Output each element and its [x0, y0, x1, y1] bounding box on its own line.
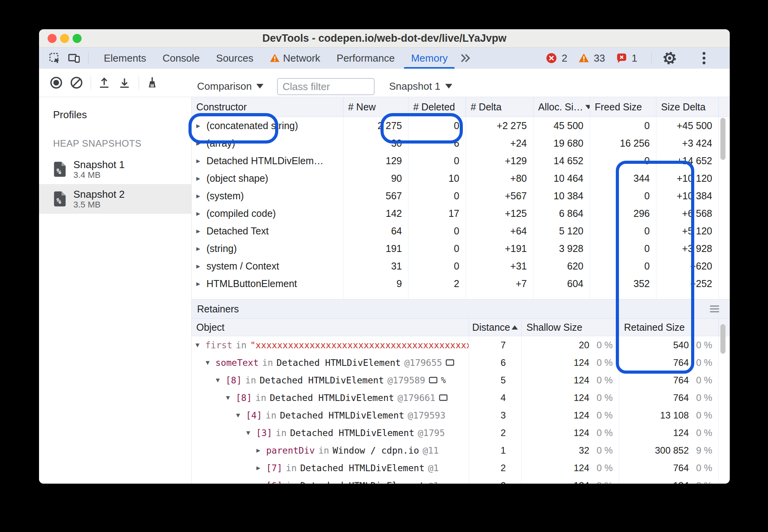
load-profile-icon[interactable] — [96, 75, 113, 90]
retainers-row[interactable]: ▼firstin"xxxxxxxxxxxxxxxxxxxxxxxxxxxxxxx… — [192, 336, 730, 354]
retainers-row[interactable]: ▼[4]inDetached HTMLDivElement@1795933124… — [192, 406, 730, 424]
tab-sources[interactable]: Sources — [208, 48, 261, 69]
error-icon[interactable] — [546, 53, 557, 64]
heap-cell-alloc: 620 — [533, 257, 590, 275]
heap-table-row[interactable]: ▶(string)1910+1913 9280+3 928 — [192, 240, 730, 257]
save-profile-icon[interactable] — [116, 75, 133, 90]
expand-arrow-icon[interactable]: ▶ — [196, 123, 203, 129]
reveal-node-icon[interactable] — [429, 377, 437, 383]
retainers-menu-icon[interactable] — [709, 305, 720, 313]
retainer-retained-cell: 300 8529 % — [619, 442, 719, 459]
column-header-constructor[interactable]: Constructor — [192, 97, 343, 117]
warning-icon[interactable] — [578, 53, 589, 63]
shallow-size-value: 124 — [574, 392, 589, 403]
collect-garbage-broom-icon[interactable] — [144, 75, 161, 90]
retainers-row[interactable]: ▼[8]inDetached HTMLDivElement@1796614124… — [192, 389, 730, 406]
toggle-device-toolbar-icon[interactable] — [66, 50, 83, 66]
retainers-row[interactable]: ▼[8]inDetached HTMLDivElement@179589%512… — [192, 371, 730, 389]
heap-table-row[interactable]: ▶(object shape)9010+8010 464344+10 120 — [192, 170, 730, 187]
column-header-deleted[interactable]: # Deleted — [409, 97, 466, 117]
shallow-size-percent: 0 % — [589, 480, 619, 484]
heap-table-row[interactable]: ▶(compiled code)14217+1256 864296+6 568 — [192, 205, 730, 222]
column-header-shallow-size[interactable]: Shallow Size — [522, 319, 619, 336]
tab-performance[interactable]: Performance — [329, 48, 403, 69]
heap-table-row[interactable]: ▶(system)5670+56710 3840+10 384 — [192, 187, 730, 205]
heap-table-row[interactable]: ▶Detached Text640+645 1200+5 120 — [192, 222, 730, 240]
expand-arrow-icon[interactable]: ▶ — [196, 263, 203, 269]
reveal-node-icon[interactable] — [439, 394, 448, 401]
retainers-row[interactable]: ▼[3]inDetached HTMLDivElement@179521240 … — [192, 424, 730, 442]
expand-arrow-icon[interactable]: ▶ — [256, 447, 263, 453]
column-header-alloc-size[interactable]: Alloc. Si… — [533, 97, 590, 117]
retainers-row[interactable]: ▼someTextinDetached HTMLDivElement@17965… — [192, 354, 730, 371]
heap-cell-alloc: 10 384 — [533, 187, 590, 205]
devtools-window: DevTools - codepen.io/web-dot-dev/live/L… — [39, 29, 730, 484]
retainers-row[interactable]: ▶parentDivinWindow / cdpn.io@111320 %300… — [192, 442, 730, 459]
sidebar-item-snapshot-2[interactable]: % Snapshot 2 3.5 MB — [39, 184, 191, 214]
base-snapshot-select[interactable]: Snapshot 1 — [389, 77, 452, 95]
expand-arrow-icon[interactable]: ▼ — [206, 360, 212, 365]
clear-profiles-icon[interactable] — [68, 75, 85, 90]
heap-cell-alloc: 19 680 — [533, 135, 590, 152]
tab-console[interactable]: Console — [154, 48, 208, 69]
node-link-icon[interactable]: % — [441, 376, 446, 385]
expand-arrow-icon[interactable]: ▼ — [216, 377, 222, 383]
heap-table-row[interactable]: ▶Detached HTMLDivElem…1290+12914 6520+14… — [192, 152, 730, 170]
retainers-row[interactable]: ▶[6]inDetached HTMLDivElement@121240 %12… — [192, 477, 730, 484]
sidebar-item-snapshot-1[interactable]: % Snapshot 1 3.4 MB — [39, 154, 191, 184]
minimize-window-button[interactable] — [60, 34, 69, 43]
tab-memory[interactable]: Memory — [403, 48, 456, 69]
expand-arrow-icon[interactable]: ▶ — [196, 211, 203, 216]
expand-arrow-icon[interactable]: ▼ — [226, 395, 232, 401]
heap-cell-new: 2 275 — [343, 117, 409, 135]
issues-icon[interactable] — [616, 53, 627, 64]
retained-size-percent: 9 % — [689, 445, 718, 456]
column-header-delta[interactable]: # Delta — [466, 97, 533, 117]
settings-gear-icon[interactable] — [661, 50, 678, 66]
heap-snapshot-file-icon: % — [52, 191, 67, 207]
heap-cell-delta: +64 — [466, 222, 533, 240]
column-header-retained-size[interactable]: Retained Size — [619, 319, 719, 336]
column-header-size-delta[interactable]: Size Delta — [656, 97, 719, 117]
expand-arrow-icon[interactable]: ▶ — [196, 193, 203, 199]
retained-size-value: 124 — [673, 427, 689, 438]
expand-arrow-icon[interactable]: ▼ — [236, 412, 242, 418]
column-header-freed-size[interactable]: Freed Size — [590, 97, 656, 117]
perspective-select[interactable]: Comparison — [197, 77, 263, 95]
expand-arrow-icon[interactable]: ▶ — [196, 158, 203, 164]
zoom-window-button[interactable] — [73, 34, 82, 43]
expand-arrow-icon[interactable]: ▶ — [196, 228, 203, 234]
expand-arrow-icon[interactable]: ▶ — [196, 246, 203, 252]
heap-cell-size_delta: +14 652 — [656, 152, 719, 170]
heap-table-row[interactable]: ▶(concatenated string)2 2750+2 27545 500… — [192, 117, 730, 135]
inspect-element-icon[interactable] — [46, 50, 63, 66]
expand-arrow-icon[interactable]: ▶ — [196, 176, 203, 181]
expand-arrow-icon[interactable]: ▶ — [256, 482, 263, 484]
close-window-button[interactable] — [48, 34, 57, 43]
heap-table-row[interactable]: ▶system / Context310+316200+620 — [192, 257, 730, 275]
retainer-shallow-cell: 1240 % — [522, 406, 619, 424]
heap-cell-freed: 0 — [590, 152, 656, 170]
tab-network[interactable]: Network — [261, 48, 328, 69]
expand-arrow-icon[interactable]: ▼ — [246, 430, 252, 436]
column-header-new[interactable]: # New — [343, 97, 409, 117]
retainers-row[interactable]: ▶[7]inDetached HTMLDivElement@121240 %76… — [192, 459, 730, 477]
reveal-node-icon[interactable] — [446, 359, 454, 366]
class-filter-input[interactable] — [277, 78, 375, 95]
heap-table-row[interactable]: ▶(array)306+2419 68016 256+3 424 — [192, 135, 730, 152]
more-options-dots-icon[interactable] — [695, 50, 713, 66]
retainer-object-id: @179589 — [388, 375, 425, 385]
more-tabs-icon[interactable] — [456, 48, 475, 69]
column-header-distance[interactable]: Distance — [469, 319, 522, 336]
heap-scrollbar-thumb[interactable] — [720, 118, 725, 160]
expand-arrow-icon[interactable]: ▶ — [256, 465, 263, 471]
retainer-distance-cell: 5 — [469, 371, 522, 389]
expand-arrow-icon[interactable]: ▶ — [196, 281, 203, 287]
expand-arrow-icon[interactable]: ▶ — [196, 140, 203, 146]
expand-arrow-icon[interactable]: ▼ — [196, 342, 202, 348]
record-heap-snapshot-icon[interactable] — [48, 75, 65, 90]
tab-elements[interactable]: Elements — [96, 48, 154, 69]
column-header-object[interactable]: Object — [192, 319, 469, 336]
retainers-scrollbar-thumb[interactable] — [720, 324, 725, 354]
heap-table-row[interactable]: ▶HTMLButtonElement92+7604352+252 — [192, 275, 730, 293]
